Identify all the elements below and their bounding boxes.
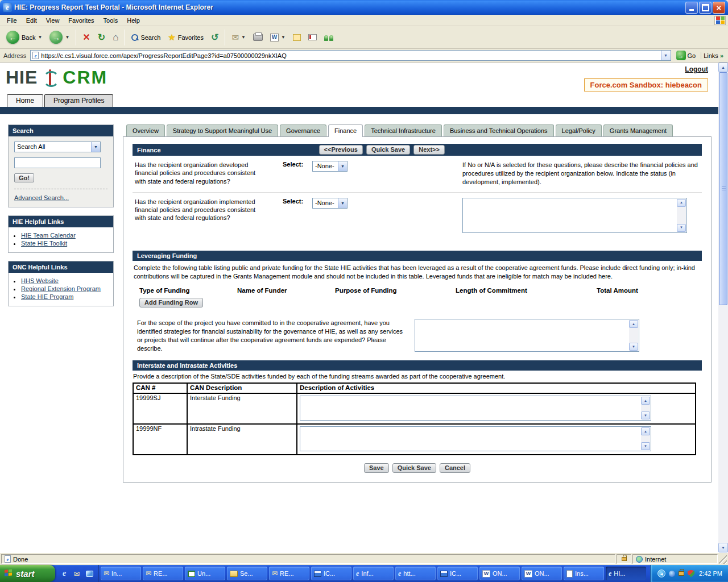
scroll-up-icon[interactable]: ▲ <box>629 320 638 328</box>
forward-dropdown-icon[interactable]: ▼ <box>65 35 69 40</box>
taskbar-button[interactable]: Ins... <box>564 567 604 580</box>
scroll-up-icon[interactable]: ▲ <box>677 199 686 207</box>
menu-file[interactable]: File <box>2 16 22 25</box>
search-go-button[interactable]: Go! <box>14 173 34 182</box>
favorites-button[interactable]: ★ Favorites <box>165 31 206 43</box>
cancel-button[interactable]: Cancel <box>440 463 470 473</box>
add-funding-row-button[interactable]: Add Funding Row <box>139 298 203 307</box>
mail-button[interactable]: ✉ ▼ <box>229 31 249 43</box>
show-desktop-icon[interactable] <box>85 569 94 578</box>
tray-collapse-icon[interactable]: ◀ <box>657 569 665 577</box>
mail-quicklaunch-icon[interactable] <box>72 569 81 578</box>
research-button[interactable] <box>305 32 320 42</box>
tab-strategy[interactable]: Strategy to Support Meaningful Use <box>167 124 278 136</box>
scroll-down-icon[interactable]: ▼ <box>641 442 650 450</box>
link-regional-extension-program[interactable]: Regional Extension Program <box>21 285 101 292</box>
textarea-scrollbar[interactable]: ▲ ▼ <box>629 320 638 351</box>
tray-security-icon[interactable] <box>688 570 694 577</box>
tray-lock-icon[interactable] <box>679 571 684 576</box>
textarea-scrollbar[interactable]: ▲ ▼ <box>641 397 650 419</box>
chevron-down-icon[interactable] <box>338 161 347 171</box>
save-button[interactable]: Save <box>364 463 389 473</box>
search-scope-select[interactable]: Search All <box>14 142 101 152</box>
taskbar-button[interactable]: Un... <box>185 567 225 580</box>
scroll-down-icon[interactable]: ▼ <box>629 343 638 351</box>
tab-governance[interactable]: Governance <box>280 124 326 136</box>
tab-home[interactable]: Home <box>7 94 43 107</box>
mail-dropdown-icon[interactable]: ▼ <box>241 35 246 40</box>
chevron-down-icon[interactable] <box>338 198 347 208</box>
next-button[interactable]: Next>> <box>413 145 445 155</box>
links-toolbar[interactable]: Links » <box>701 52 726 59</box>
tab-grants-management[interactable]: Grants Management <box>603 124 673 136</box>
logout-link[interactable]: Logout <box>685 65 708 73</box>
start-button[interactable]: start <box>0 565 55 582</box>
taskbar-button[interactable]: Se... <box>227 567 267 580</box>
print-button[interactable] <box>250 32 266 43</box>
scrollbar-thumb[interactable] <box>719 72 727 305</box>
taskbar-button-active[interactable]: HI... <box>606 567 646 580</box>
menu-help[interactable]: Help <box>122 16 144 25</box>
taskbar-button[interactable]: IC... <box>437 567 478 580</box>
intrastate-activities-textarea[interactable]: ▲ ▼ <box>300 426 651 451</box>
refresh-button[interactable]: ↻ <box>95 31 108 44</box>
taskbar-button[interactable]: RE... <box>269 567 309 580</box>
back-button[interactable]: ← Back ▼ <box>3 29 45 45</box>
stop-button[interactable]: ✕ <box>80 31 93 44</box>
taskbar-button[interactable]: ON... <box>522 567 562 580</box>
link-state-hie-program[interactable]: State HIE Program <box>21 293 73 300</box>
address-url[interactable]: https://c.cs1.visual.force.com/apex/Prog… <box>39 52 660 59</box>
link-hhs-website[interactable]: HHS Website <box>21 277 59 284</box>
back-dropdown-icon[interactable]: ▼ <box>38 35 42 40</box>
tab-finance[interactable]: Finance <box>328 124 363 137</box>
search-input[interactable] <box>14 157 101 168</box>
policies-description-textarea[interactable]: ▲ ▼ <box>462 198 687 233</box>
taskbar-button[interactable]: RE... <box>143 567 183 580</box>
tab-legal-policy[interactable]: Legal/Policy <box>556 124 602 136</box>
textarea-scrollbar[interactable]: ▲ ▼ <box>677 199 686 232</box>
tray-app-icon[interactable] <box>669 571 675 577</box>
developed-policies-select[interactable]: -None- <box>312 161 348 172</box>
taskbar-button[interactable]: Inf... <box>353 567 394 580</box>
vertical-scrollbar[interactable]: ▲ ▼ <box>718 63 728 552</box>
chevron-down-icon[interactable] <box>91 142 100 152</box>
home-button[interactable]: ⌂ <box>110 31 121 44</box>
implemented-policies-select[interactable]: -None- <box>312 198 348 209</box>
taskbar-button[interactable]: htt... <box>395 567 436 580</box>
ie-quicklaunch-icon[interactable] <box>60 569 69 578</box>
history-button[interactable]: ↺ <box>208 31 221 44</box>
menu-tools[interactable]: Tools <box>99 16 123 25</box>
menu-view[interactable]: View <box>42 16 64 25</box>
scrollbar-track[interactable] <box>718 72 728 543</box>
link-hie-team-calendar[interactable]: HIE Team Calendar <box>21 232 76 239</box>
search-button[interactable]: Search <box>129 32 163 43</box>
close-button[interactable] <box>713 2 725 14</box>
quick-save-button[interactable]: Quick Save <box>392 463 436 473</box>
address-dropdown-icon[interactable] <box>661 51 671 60</box>
go-button[interactable]: → Go <box>674 51 698 60</box>
taskbar-button[interactable]: ON... <box>479 567 520 580</box>
interstate-activities-textarea[interactable]: ▲ ▼ <box>300 396 651 421</box>
scroll-down-icon[interactable]: ▼ <box>641 411 650 419</box>
scroll-down-icon[interactable]: ▼ <box>718 543 728 552</box>
taskbar-button[interactable]: IC... <box>311 567 351 580</box>
scroll-up-icon[interactable]: ▲ <box>641 397 650 405</box>
maximize-button[interactable] <box>699 2 712 14</box>
resize-grip[interactable] <box>719 554 727 564</box>
edit-with-word-button[interactable]: W ▼ <box>267 32 288 43</box>
menu-favorites[interactable]: Favorites <box>64 16 98 25</box>
minimize-button[interactable] <box>685 2 698 14</box>
edit-dropdown-icon[interactable]: ▼ <box>281 35 286 40</box>
link-state-hie-toolkit[interactable]: State HIE Toolkit <box>21 240 67 247</box>
quick-save-button[interactable]: Quick Save <box>366 145 410 155</box>
address-input[interactable]: https://c.cs1.visual.force.com/apex/Prog… <box>30 50 671 61</box>
advanced-search-link[interactable]: Advanced Search... <box>14 194 69 201</box>
scroll-up-icon[interactable]: ▲ <box>718 63 728 72</box>
previous-button[interactable]: <<Previous <box>319 145 363 155</box>
discuss-button[interactable] <box>290 32 304 43</box>
sustainability-textarea[interactable]: ▲ ▼ <box>415 319 639 352</box>
scroll-up-icon[interactable]: ▲ <box>641 427 650 435</box>
tab-program-profiles[interactable]: Program Profiles <box>44 94 113 107</box>
tab-technical-infrastructure[interactable]: Technical Infrastructure <box>365 124 442 136</box>
taskbar-button[interactable]: In... <box>101 567 141 580</box>
